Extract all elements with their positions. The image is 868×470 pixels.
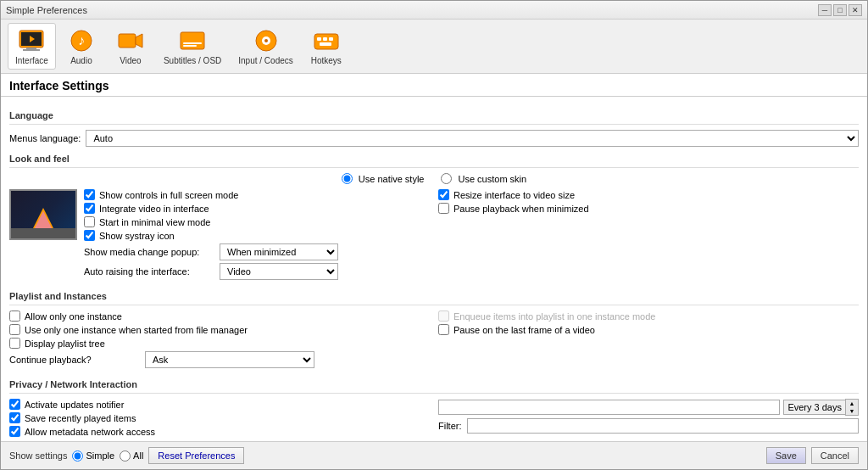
integrate-video-checkbox[interactable]	[84, 203, 95, 214]
custom-skin-radio[interactable]	[441, 173, 452, 184]
main-window: Simple Preferences ─ □ ✕ Interface ♪ Aud…	[0, 0, 868, 470]
menus-language-select[interactable]: Auto	[86, 130, 859, 147]
bottom-right: Save Cancel	[766, 447, 859, 464]
enqueue-items-checkbox[interactable]	[438, 311, 449, 322]
hotkeys-icon	[313, 27, 340, 54]
svg-rect-15	[314, 34, 338, 49]
input-icon	[253, 27, 280, 54]
resize-interface-row: Resize interface to video size	[438, 189, 859, 200]
window-controls: ─ □ ✕	[818, 4, 862, 16]
simple-radio-option: Simple	[72, 450, 114, 462]
look-feel-divider	[9, 167, 859, 168]
svg-rect-17	[323, 37, 327, 41]
video-icon	[117, 27, 144, 54]
tab-video[interactable]: Video	[107, 23, 154, 70]
display-playlist-tree-row: Display playlist tree	[9, 338, 430, 349]
tab-audio-label: Audio	[70, 56, 92, 65]
tab-input[interactable]: Input / Codecs	[231, 23, 300, 70]
resize-interface-checkbox[interactable]	[438, 189, 449, 200]
language-row: Menus language: Auto	[9, 130, 859, 147]
reset-preferences-button[interactable]: Reset Preferences	[148, 447, 244, 464]
every-days-row: Every 3 days ▲ ▼	[438, 399, 859, 416]
tab-interface[interactable]: Interface	[8, 23, 56, 70]
show-controls-row: Show controls in full screen mode	[84, 189, 338, 200]
custom-skin-label: Use custom skin	[458, 174, 526, 184]
simple-radio[interactable]	[72, 450, 83, 462]
look-feel-right: Resize interface to video size Pause pla…	[438, 189, 859, 283]
tab-hotkeys[interactable]: Hotkeys	[303, 23, 350, 70]
save-button[interactable]: Save	[766, 447, 806, 464]
display-playlist-tree-checkbox[interactable]	[9, 338, 20, 349]
activate-updates-label: Activate updates notifier	[25, 400, 124, 410]
days-down-button[interactable]: ▼	[846, 407, 858, 415]
title-bar: Simple Preferences ─ □ ✕	[1, 1, 867, 20]
auto-raise-row: Auto raising the interface: Video	[84, 263, 338, 280]
pause-last-frame-label: Pause on the last frame of a video	[453, 325, 595, 335]
cancel-button[interactable]: Cancel	[811, 447, 859, 464]
privacy-divider	[9, 393, 859, 394]
tab-hotkeys-label: Hotkeys	[311, 56, 342, 65]
continue-playback-label: Continue playback?	[9, 355, 145, 365]
show-systray-checkbox[interactable]	[84, 230, 95, 241]
bottom-left: Show settings Simple All Reset Preferenc…	[9, 447, 244, 464]
save-recently-label: Save recently played items	[25, 413, 136, 423]
subtitles-icon	[179, 27, 206, 54]
svg-rect-7	[119, 34, 136, 48]
tab-video-label: Video	[120, 56, 141, 65]
privacy-right: Every 3 days ▲ ▼ Filter:	[438, 399, 859, 439]
save-recently-row: Save recently played items	[9, 412, 430, 423]
playlist-divider	[9, 305, 859, 305]
pause-last-frame-checkbox[interactable]	[438, 324, 449, 335]
auto-raise-label: Auto raising the interface:	[84, 266, 220, 277]
filter-input[interactable]	[467, 418, 860, 434]
tab-interface-label: Interface	[15, 56, 48, 65]
save-recently-checkbox[interactable]	[9, 412, 20, 423]
show-settings-label: Show settings	[9, 450, 67, 461]
content-area: Language Menus language: Auto Look and f…	[1, 97, 867, 441]
playlist-left: Allow only one instance Use only one ins…	[9, 311, 430, 371]
media-change-select[interactable]: When minimized	[220, 243, 338, 260]
activate-updates-checkbox[interactable]	[9, 399, 20, 410]
playlist-header: Playlist and Instances	[9, 291, 859, 301]
tab-subtitles[interactable]: Subtitles / OSD	[156, 23, 229, 70]
tab-input-label: Input / Codecs	[238, 56, 292, 65]
maximize-button[interactable]: □	[833, 4, 847, 16]
page-title: Interface Settings	[1, 74, 867, 97]
svg-rect-18	[329, 37, 333, 41]
native-style-radio[interactable]	[342, 173, 353, 184]
days-spinner: ▲ ▼	[845, 399, 859, 416]
show-systray-label: Show systray icon	[99, 231, 175, 241]
allow-metadata-label: Allow metadata network access	[25, 427, 155, 437]
look-feel-columns: Show controls in full screen mode Integr…	[9, 189, 859, 283]
days-up-button[interactable]: ▲	[846, 400, 858, 407]
bottom-bar: Show settings Simple All Reset Preferenc…	[1, 441, 867, 469]
days-input[interactable]	[438, 400, 780, 415]
use-one-instance-file-checkbox[interactable]	[9, 324, 20, 335]
start-minimal-checkbox[interactable]	[84, 216, 95, 227]
svg-rect-4	[23, 49, 40, 51]
interface-icon	[18, 27, 45, 54]
simple-label: Simple	[86, 450, 114, 461]
close-button[interactable]: ✕	[849, 4, 862, 16]
allow-one-instance-checkbox[interactable]	[9, 311, 20, 322]
pause-playback-label: Pause playback when minimized	[453, 204, 589, 214]
look-feel-header: Look and feel	[9, 154, 859, 164]
use-one-instance-file-label: Use only one instance when started from …	[25, 325, 248, 335]
days-suffix: Every 3 days	[783, 400, 846, 415]
pause-playback-row: Pause playback when minimized	[438, 203, 859, 214]
enqueue-items-label: Enqueue items into playlist in one insta…	[453, 311, 655, 322]
vlc-preview	[9, 189, 77, 240]
show-controls-label: Show controls in full screen mode	[99, 190, 238, 200]
allow-metadata-checkbox[interactable]	[9, 426, 20, 437]
allow-metadata-row: Allow metadata network access	[9, 426, 430, 437]
auto-raise-select[interactable]: Video	[220, 263, 338, 280]
all-radio[interactable]	[120, 450, 131, 462]
continue-playback-select[interactable]: Ask Always Never	[145, 351, 314, 368]
left-checkboxes: Show controls in full screen mode Integr…	[84, 189, 338, 283]
minimize-button[interactable]: ─	[818, 4, 832, 16]
start-minimal-row: Start in minimal view mode	[84, 216, 338, 227]
pause-playback-checkbox[interactable]	[438, 203, 449, 214]
filter-row: Filter:	[438, 418, 859, 434]
show-controls-checkbox[interactable]	[84, 189, 95, 200]
tab-audio[interactable]: ♪ Audio	[58, 23, 105, 70]
